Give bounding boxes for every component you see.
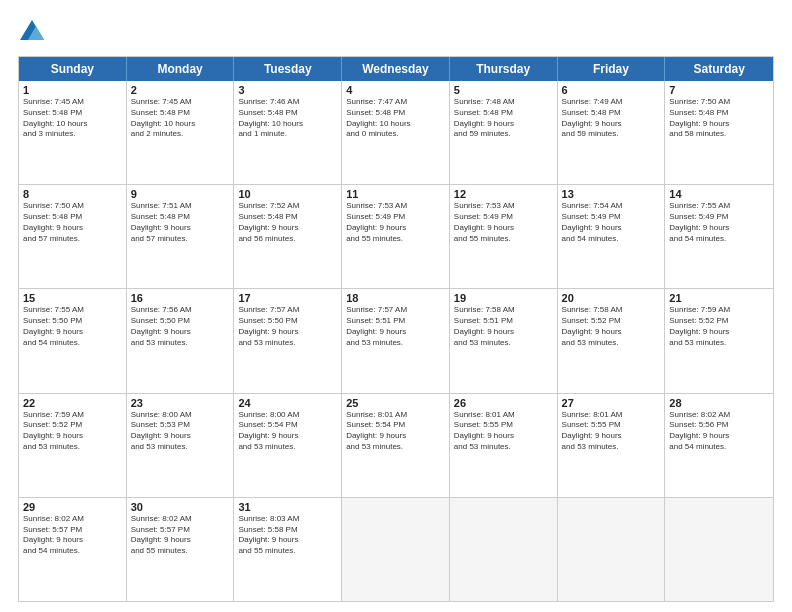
day-number: 28 xyxy=(669,397,769,409)
cell-text-line: Daylight: 9 hours xyxy=(669,223,769,234)
day-number: 13 xyxy=(562,188,661,200)
day-number: 30 xyxy=(131,501,230,513)
page: SundayMondayTuesdayWednesdayThursdayFrid… xyxy=(0,0,792,612)
cell-text-line: Daylight: 9 hours xyxy=(454,223,553,234)
header-day-sunday: Sunday xyxy=(19,57,127,81)
cell-text-line: Sunset: 5:48 PM xyxy=(23,212,122,223)
cell-text-line: and 53 minutes. xyxy=(346,338,445,349)
calendar-cell-day-23: 23Sunrise: 8:00 AMSunset: 5:53 PMDayligh… xyxy=(127,394,235,497)
cell-text-line: Daylight: 9 hours xyxy=(562,223,661,234)
cell-text-line: and 59 minutes. xyxy=(562,129,661,140)
calendar-row-1: 1Sunrise: 7:45 AMSunset: 5:48 PMDaylight… xyxy=(19,81,773,185)
calendar-cell-day-29: 29Sunrise: 8:02 AMSunset: 5:57 PMDayligh… xyxy=(19,498,127,601)
cell-text-line: Sunset: 5:48 PM xyxy=(238,212,337,223)
cell-text-line: and 53 minutes. xyxy=(562,442,661,453)
cell-text-line: Daylight: 9 hours xyxy=(23,535,122,546)
cell-text-line: and 53 minutes. xyxy=(346,442,445,453)
cell-text-line: Daylight: 9 hours xyxy=(346,223,445,234)
calendar-row-3: 15Sunrise: 7:55 AMSunset: 5:50 PMDayligh… xyxy=(19,289,773,393)
cell-text-line: Daylight: 10 hours xyxy=(23,119,122,130)
cell-text-line: Sunrise: 7:57 AM xyxy=(346,305,445,316)
cell-text-line: Sunset: 5:52 PM xyxy=(562,316,661,327)
cell-text-line: Sunset: 5:48 PM xyxy=(454,108,553,119)
cell-text-line: and 53 minutes. xyxy=(238,338,337,349)
cell-text-line: Sunset: 5:55 PM xyxy=(562,420,661,431)
cell-text-line: Daylight: 9 hours xyxy=(238,431,337,442)
day-number: 22 xyxy=(23,397,122,409)
cell-text-line: Daylight: 9 hours xyxy=(23,327,122,338)
cell-text-line: Sunrise: 8:01 AM xyxy=(454,410,553,421)
day-number: 8 xyxy=(23,188,122,200)
calendar-cell-day-2: 2Sunrise: 7:45 AMSunset: 5:48 PMDaylight… xyxy=(127,81,235,184)
calendar-cell-day-17: 17Sunrise: 7:57 AMSunset: 5:50 PMDayligh… xyxy=(234,289,342,392)
calendar-cell-day-7: 7Sunrise: 7:50 AMSunset: 5:48 PMDaylight… xyxy=(665,81,773,184)
cell-text-line: Sunrise: 7:47 AM xyxy=(346,97,445,108)
calendar-cell-empty xyxy=(342,498,450,601)
calendar-cell-day-24: 24Sunrise: 8:00 AMSunset: 5:54 PMDayligh… xyxy=(234,394,342,497)
cell-text-line: Daylight: 9 hours xyxy=(346,431,445,442)
day-number: 4 xyxy=(346,84,445,96)
cell-text-line: Sunset: 5:57 PM xyxy=(131,525,230,536)
cell-text-line: Sunset: 5:57 PM xyxy=(23,525,122,536)
day-number: 7 xyxy=(669,84,769,96)
cell-text-line: Sunset: 5:48 PM xyxy=(131,108,230,119)
calendar-cell-day-27: 27Sunrise: 8:01 AMSunset: 5:55 PMDayligh… xyxy=(558,394,666,497)
cell-text-line: Sunset: 5:53 PM xyxy=(131,420,230,431)
cell-text-line: Sunrise: 7:58 AM xyxy=(562,305,661,316)
day-number: 26 xyxy=(454,397,553,409)
cell-text-line: Daylight: 9 hours xyxy=(238,327,337,338)
cell-text-line: and 55 minutes. xyxy=(454,234,553,245)
cell-text-line: and 59 minutes. xyxy=(454,129,553,140)
cell-text-line: Sunrise: 8:02 AM xyxy=(23,514,122,525)
calendar-header: SundayMondayTuesdayWednesdayThursdayFrid… xyxy=(19,57,773,81)
cell-text-line: and 55 minutes. xyxy=(346,234,445,245)
calendar: SundayMondayTuesdayWednesdayThursdayFrid… xyxy=(18,56,774,602)
cell-text-line: Daylight: 9 hours xyxy=(23,431,122,442)
cell-text-line: Daylight: 9 hours xyxy=(131,223,230,234)
day-number: 9 xyxy=(131,188,230,200)
cell-text-line: Sunset: 5:51 PM xyxy=(346,316,445,327)
cell-text-line: Sunrise: 7:50 AM xyxy=(669,97,769,108)
calendar-cell-day-21: 21Sunrise: 7:59 AMSunset: 5:52 PMDayligh… xyxy=(665,289,773,392)
day-number: 16 xyxy=(131,292,230,304)
cell-text-line: Sunrise: 7:53 AM xyxy=(454,201,553,212)
calendar-cell-day-22: 22Sunrise: 7:59 AMSunset: 5:52 PMDayligh… xyxy=(19,394,127,497)
calendar-cell-empty xyxy=(450,498,558,601)
cell-text-line: Daylight: 9 hours xyxy=(669,431,769,442)
cell-text-line: and 53 minutes. xyxy=(454,442,553,453)
cell-text-line: Sunset: 5:48 PM xyxy=(131,212,230,223)
cell-text-line: Sunset: 5:48 PM xyxy=(238,108,337,119)
cell-text-line: Sunset: 5:54 PM xyxy=(238,420,337,431)
day-number: 11 xyxy=(346,188,445,200)
cell-text-line: and 53 minutes. xyxy=(238,442,337,453)
header-day-saturday: Saturday xyxy=(665,57,773,81)
day-number: 10 xyxy=(238,188,337,200)
cell-text-line: Sunset: 5:50 PM xyxy=(23,316,122,327)
cell-text-line: Sunrise: 7:53 AM xyxy=(346,201,445,212)
calendar-row-5: 29Sunrise: 8:02 AMSunset: 5:57 PMDayligh… xyxy=(19,498,773,601)
day-number: 27 xyxy=(562,397,661,409)
cell-text-line: Daylight: 9 hours xyxy=(346,327,445,338)
cell-text-line: Daylight: 9 hours xyxy=(562,119,661,130)
cell-text-line: Sunset: 5:48 PM xyxy=(346,108,445,119)
cell-text-line: Sunset: 5:48 PM xyxy=(669,108,769,119)
cell-text-line: Sunset: 5:48 PM xyxy=(23,108,122,119)
header-day-monday: Monday xyxy=(127,57,235,81)
cell-text-line: and 56 minutes. xyxy=(238,234,337,245)
calendar-cell-day-20: 20Sunrise: 7:58 AMSunset: 5:52 PMDayligh… xyxy=(558,289,666,392)
day-number: 5 xyxy=(454,84,553,96)
cell-text-line: Sunrise: 7:54 AM xyxy=(562,201,661,212)
day-number: 23 xyxy=(131,397,230,409)
calendar-row-4: 22Sunrise: 7:59 AMSunset: 5:52 PMDayligh… xyxy=(19,394,773,498)
calendar-cell-day-15: 15Sunrise: 7:55 AMSunset: 5:50 PMDayligh… xyxy=(19,289,127,392)
calendar-cell-day-16: 16Sunrise: 7:56 AMSunset: 5:50 PMDayligh… xyxy=(127,289,235,392)
day-number: 14 xyxy=(669,188,769,200)
cell-text-line: Sunrise: 7:45 AM xyxy=(131,97,230,108)
calendar-cell-empty xyxy=(558,498,666,601)
calendar-cell-day-5: 5Sunrise: 7:48 AMSunset: 5:48 PMDaylight… xyxy=(450,81,558,184)
cell-text-line: and 2 minutes. xyxy=(131,129,230,140)
logo xyxy=(18,18,50,46)
calendar-body: 1Sunrise: 7:45 AMSunset: 5:48 PMDaylight… xyxy=(19,81,773,601)
cell-text-line: Sunset: 5:49 PM xyxy=(562,212,661,223)
cell-text-line: and 54 minutes. xyxy=(23,338,122,349)
